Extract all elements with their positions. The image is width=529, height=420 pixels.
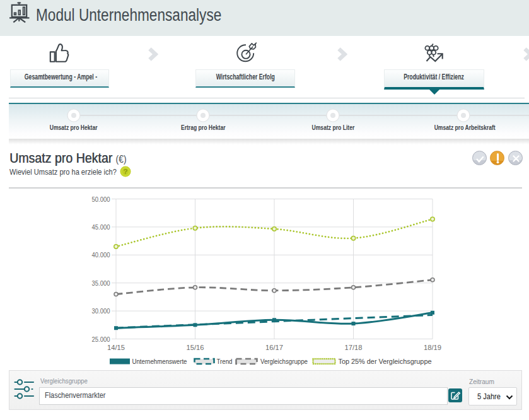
svg-text:Top 25% der Vergleichsgruppe: Top 25% der Vergleichsgruppe	[339, 358, 432, 365]
svg-text:16/17: 16/17	[265, 344, 283, 351]
svg-text:45.000: 45.000	[92, 223, 110, 231]
svg-text:17/18: 17/18	[345, 344, 363, 351]
svg-text:Trend: Trend	[217, 358, 233, 365]
svg-text:35.000: 35.000	[92, 279, 110, 287]
svg-text:18/19: 18/19	[424, 344, 441, 351]
svg-text:50.000: 50.000	[92, 195, 110, 203]
svg-text:30.000: 30.000	[92, 307, 110, 315]
svg-text:15/16: 15/16	[187, 344, 204, 351]
svg-text:14/15: 14/15	[107, 344, 125, 351]
svg-text:40.000: 40.000	[92, 251, 110, 259]
svg-text:Unternehmenswerte: Unternehmenswerte	[132, 358, 187, 365]
svg-text:25.000: 25.000	[92, 335, 110, 343]
svg-text:Vergleichsgruppe: Vergleichsgruppe	[260, 358, 308, 365]
